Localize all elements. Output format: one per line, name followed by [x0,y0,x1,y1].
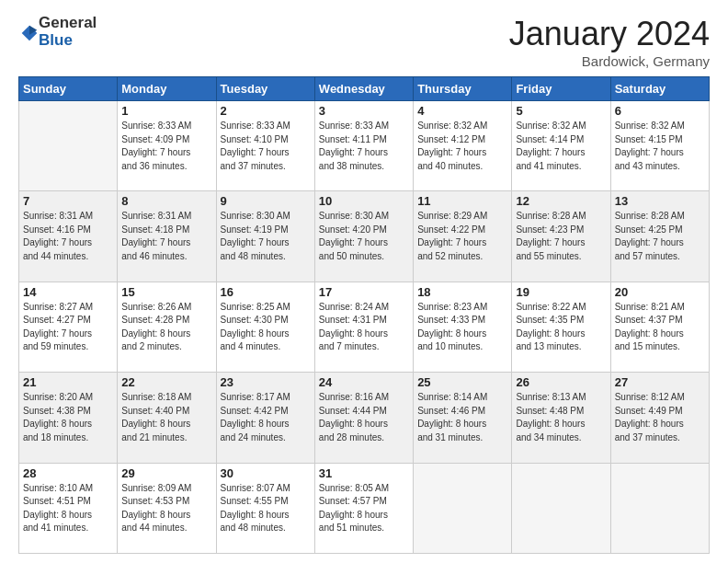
logo-blue: Blue [39,32,97,50]
calendar-week-2: 7Sunrise: 8:31 AM Sunset: 4:16 PM Daylig… [19,191,710,282]
day-info: Sunrise: 8:33 AM Sunset: 4:10 PM Dayligh… [221,120,311,173]
day-number: 6 [615,104,705,118]
day-number: 20 [615,285,705,299]
calendar-cell: 14Sunrise: 8:27 AM Sunset: 4:27 PM Dayli… [19,282,118,372]
day-number: 5 [516,104,606,118]
page: General Blue January 2024 Bardowick, Ger… [0,0,728,563]
day-info: Sunrise: 8:18 AM Sunset: 4:40 PM Dayligh… [121,391,211,444]
day-info: Sunrise: 8:30 AM Sunset: 4:19 PM Dayligh… [221,210,311,263]
calendar-cell: 15Sunrise: 8:26 AM Sunset: 4:28 PM Dayli… [118,282,216,372]
day-info: Sunrise: 8:14 AM Sunset: 4:46 PM Dayligh… [417,391,507,444]
day-info: Sunrise: 8:32 AM Sunset: 4:15 PM Dayligh… [615,120,705,173]
calendar-cell: 17Sunrise: 8:24 AM Sunset: 4:31 PM Dayli… [314,282,413,372]
day-info: Sunrise: 8:12 AM Sunset: 4:49 PM Dayligh… [615,391,705,444]
calendar-cell: 26Sunrise: 8:13 AM Sunset: 4:48 PM Dayli… [512,373,610,463]
calendar-week-1: 1Sunrise: 8:33 AM Sunset: 4:09 PM Daylig… [19,101,710,191]
day-number: 29 [121,466,211,480]
day-info: Sunrise: 8:28 AM Sunset: 4:23 PM Dayligh… [516,210,606,263]
calendar-cell: 31Sunrise: 8:05 AM Sunset: 4:57 PM Dayli… [314,463,413,553]
day-info: Sunrise: 8:32 AM Sunset: 4:14 PM Dayligh… [516,120,606,173]
logo-icon [20,24,39,42]
calendar-cell: 12Sunrise: 8:28 AM Sunset: 4:23 PM Dayli… [512,191,610,282]
day-info: Sunrise: 8:10 AM Sunset: 4:51 PM Dayligh… [23,482,113,535]
day-info: Sunrise: 8:20 AM Sunset: 4:38 PM Dayligh… [23,391,113,444]
title-section: January 2024 Bardowick, Germany [509,15,710,69]
day-number: 10 [319,194,409,208]
calendar-cell: 29Sunrise: 8:09 AM Sunset: 4:53 PM Dayli… [118,463,216,553]
day-number: 28 [23,466,113,480]
day-info: Sunrise: 8:28 AM Sunset: 4:25 PM Dayligh… [615,210,705,263]
logo-general: General [39,15,97,32]
calendar-cell: 7Sunrise: 8:31 AM Sunset: 4:16 PM Daylig… [19,191,118,282]
calendar-cell: 28Sunrise: 8:10 AM Sunset: 4:51 PM Dayli… [19,463,118,553]
calendar-cell: 11Sunrise: 8:29 AM Sunset: 4:22 PM Dayli… [414,191,512,282]
day-info: Sunrise: 8:17 AM Sunset: 4:42 PM Dayligh… [221,391,311,444]
day-info: Sunrise: 8:30 AM Sunset: 4:20 PM Dayligh… [319,210,409,263]
col-wednesday: Wednesday [314,77,413,101]
day-info: Sunrise: 8:23 AM Sunset: 4:33 PM Dayligh… [417,301,507,354]
day-info: Sunrise: 8:21 AM Sunset: 4:37 PM Dayligh… [615,301,705,354]
day-number: 4 [417,104,507,118]
logo-text: General Blue [39,15,97,49]
day-number: 12 [516,194,606,208]
day-info: Sunrise: 8:31 AM Sunset: 4:16 PM Dayligh… [23,210,113,263]
calendar-cell [414,463,512,553]
calendar-cell: 30Sunrise: 8:07 AM Sunset: 4:55 PM Dayli… [216,463,314,553]
calendar-cell: 20Sunrise: 8:21 AM Sunset: 4:37 PM Dayli… [610,282,709,372]
day-info: Sunrise: 8:32 AM Sunset: 4:12 PM Dayligh… [417,120,507,173]
day-number: 30 [221,466,311,480]
col-saturday: Saturday [610,77,709,101]
day-info: Sunrise: 8:13 AM Sunset: 4:48 PM Dayligh… [516,391,606,444]
calendar-cell: 5Sunrise: 8:32 AM Sunset: 4:14 PM Daylig… [512,101,610,191]
header: General Blue January 2024 Bardowick, Ger… [18,15,710,69]
calendar-cell [512,463,610,553]
day-info: Sunrise: 8:22 AM Sunset: 4:35 PM Dayligh… [516,301,606,354]
day-number: 25 [417,375,507,389]
day-number: 15 [121,285,211,299]
calendar-cell: 9Sunrise: 8:30 AM Sunset: 4:19 PM Daylig… [216,191,314,282]
calendar-cell: 24Sunrise: 8:16 AM Sunset: 4:44 PM Dayli… [314,373,413,463]
day-number: 1 [121,104,211,118]
calendar-header-row: Sunday Monday Tuesday Wednesday Thursday… [19,77,710,101]
day-number: 24 [319,375,409,389]
calendar-week-4: 21Sunrise: 8:20 AM Sunset: 4:38 PM Dayli… [19,373,710,463]
calendar-cell: 22Sunrise: 8:18 AM Sunset: 4:40 PM Dayli… [118,373,216,463]
col-sunday: Sunday [19,77,118,101]
day-number: 2 [221,104,311,118]
day-number: 3 [319,104,409,118]
calendar-cell: 1Sunrise: 8:33 AM Sunset: 4:09 PM Daylig… [118,101,216,191]
day-info: Sunrise: 8:16 AM Sunset: 4:44 PM Dayligh… [319,391,409,444]
day-info: Sunrise: 8:33 AM Sunset: 4:09 PM Dayligh… [121,120,211,173]
location: Bardowick, Germany [509,53,710,69]
day-info: Sunrise: 8:25 AM Sunset: 4:30 PM Dayligh… [221,301,311,354]
calendar-cell: 8Sunrise: 8:31 AM Sunset: 4:18 PM Daylig… [118,191,216,282]
day-info: Sunrise: 8:05 AM Sunset: 4:57 PM Dayligh… [319,482,409,535]
calendar-cell: 2Sunrise: 8:33 AM Sunset: 4:10 PM Daylig… [216,101,314,191]
day-info: Sunrise: 8:24 AM Sunset: 4:31 PM Dayligh… [319,301,409,354]
day-number: 23 [221,375,311,389]
day-number: 31 [319,466,409,480]
day-number: 22 [121,375,211,389]
calendar-cell: 3Sunrise: 8:33 AM Sunset: 4:11 PM Daylig… [314,101,413,191]
calendar-cell: 27Sunrise: 8:12 AM Sunset: 4:49 PM Dayli… [610,373,709,463]
day-number: 14 [23,285,113,299]
month-title: January 2024 [509,15,710,53]
day-number: 19 [516,285,606,299]
day-info: Sunrise: 8:27 AM Sunset: 4:27 PM Dayligh… [23,301,113,354]
day-info: Sunrise: 8:26 AM Sunset: 4:28 PM Dayligh… [121,301,211,354]
day-info: Sunrise: 8:07 AM Sunset: 4:55 PM Dayligh… [221,482,311,535]
calendar-cell: 18Sunrise: 8:23 AM Sunset: 4:33 PM Dayli… [414,282,512,372]
calendar-table: Sunday Monday Tuesday Wednesday Thursday… [18,76,710,554]
day-number: 7 [23,194,113,208]
col-friday: Friday [512,77,610,101]
day-number: 18 [417,285,507,299]
calendar-cell: 6Sunrise: 8:32 AM Sunset: 4:15 PM Daylig… [610,101,709,191]
col-monday: Monday [118,77,216,101]
calendar-cell: 25Sunrise: 8:14 AM Sunset: 4:46 PM Dayli… [414,373,512,463]
day-number: 11 [417,194,507,208]
calendar-cell: 16Sunrise: 8:25 AM Sunset: 4:30 PM Dayli… [216,282,314,372]
day-info: Sunrise: 8:09 AM Sunset: 4:53 PM Dayligh… [121,482,211,535]
calendar-cell: 10Sunrise: 8:30 AM Sunset: 4:20 PM Dayli… [314,191,413,282]
col-tuesday: Tuesday [216,77,314,101]
day-info: Sunrise: 8:33 AM Sunset: 4:11 PM Dayligh… [319,120,409,173]
